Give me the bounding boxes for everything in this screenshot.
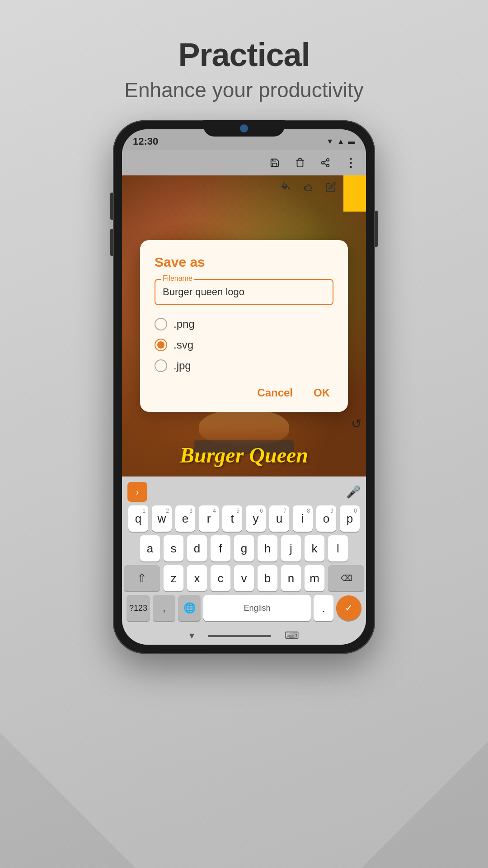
png-label: .png (174, 318, 195, 330)
jpg-radio[interactable] (155, 359, 167, 372)
keyboard-row-3: ⇧ z x c v b n m ⌫ (124, 565, 364, 591)
svg-label: .svg (174, 339, 193, 351)
key-w[interactable]: w2 (152, 505, 172, 532)
svg-radio[interactable] (155, 339, 167, 351)
dialog-overlay: Save as Filename .png .svg (122, 175, 366, 476)
keyboard-bottom-row: ?123 , 🌐 English . ✓ (124, 595, 364, 623)
volume-down-button (110, 229, 113, 256)
signal-icon: ▲ (337, 137, 344, 146)
key-f[interactable]: f (211, 535, 230, 561)
key-q[interactable]: q1 (128, 505, 148, 532)
svg-point-2 (327, 165, 329, 167)
keyboard-arrow-button[interactable]: › (127, 482, 147, 502)
key-k[interactable]: k (305, 535, 324, 561)
key-r[interactable]: r4 (199, 505, 219, 532)
key-s[interactable]: s (164, 535, 183, 561)
key-i[interactable]: i8 (293, 505, 313, 532)
key-j[interactable]: j (281, 535, 301, 561)
backspace-key[interactable]: ⌫ (328, 565, 364, 591)
keyboard: › 🎤 q1 w2 e3 r4 t5 y6 u7 i8 o9 p0 a s d (122, 476, 366, 627)
format-radio-group: .png .svg .jpg (155, 318, 333, 372)
wifi-icon: ▼ (326, 137, 333, 146)
key-b[interactable]: b (258, 565, 277, 591)
header-section: Practical Enhance your productivity (124, 36, 363, 102)
key-e[interactable]: e3 (175, 505, 195, 532)
key-l[interactable]: l (328, 535, 348, 561)
key-n[interactable]: n (281, 565, 301, 591)
keyboard-row-1: q1 w2 e3 r4 t5 y6 u7 i8 o9 p0 (124, 505, 364, 532)
numbers-key[interactable]: ?123 (127, 595, 150, 621)
filename-input[interactable] (155, 279, 333, 305)
filename-field: Filename (155, 279, 333, 305)
phone-notch (203, 120, 285, 137)
save-button[interactable] (267, 155, 283, 171)
png-radio[interactable] (155, 318, 167, 330)
spacebar[interactable]: English (203, 595, 311, 621)
keyboard-row-2: a s d f g h j k l (124, 535, 364, 561)
key-v[interactable]: v (234, 565, 254, 591)
dialog-title: Save as (155, 255, 333, 270)
phone-bottom-bar: ▾ ⌨ (122, 627, 366, 645)
power-button (375, 211, 378, 247)
key-h[interactable]: h (258, 535, 277, 561)
key-p[interactable]: p0 (340, 505, 360, 532)
jpg-option[interactable]: .jpg (155, 359, 333, 372)
camera-dot (240, 124, 248, 132)
svg-option[interactable]: .svg (155, 339, 333, 351)
globe-key[interactable]: 🌐 (178, 595, 201, 621)
page-subtitle: Enhance your productivity (124, 78, 363, 102)
key-m[interactable]: m (305, 565, 324, 591)
shift-key[interactable]: ⇧ (124, 565, 160, 591)
enter-key[interactable]: ✓ (336, 595, 361, 621)
key-u[interactable]: u7 (269, 505, 289, 532)
key-x[interactable]: x (187, 565, 207, 591)
key-y[interactable]: y6 (246, 505, 266, 532)
mic-icon[interactable]: 🎤 (346, 485, 361, 499)
keyboard-icon: ⌨ (285, 630, 299, 642)
page-title: Practical (124, 36, 363, 73)
cancel-button[interactable]: Cancel (253, 385, 296, 401)
phone-screen: 12:30 ▼ ▲ ▬ ⋮ (122, 129, 366, 645)
key-c[interactable]: c (211, 565, 230, 591)
dropdown-icon: ▾ (189, 630, 194, 642)
svg-point-1 (322, 161, 324, 164)
delete-button[interactable] (292, 155, 308, 171)
home-bar (208, 635, 271, 637)
app-toolbar: ⋮ (122, 150, 366, 175)
comma-key[interactable]: , (153, 595, 175, 621)
keyboard-top-bar: › 🎤 (124, 480, 364, 505)
share-button[interactable] (317, 155, 333, 171)
status-icons: ▼ ▲ ▬ (326, 137, 355, 146)
battery-icon: ▬ (348, 137, 355, 146)
svg-line-4 (324, 160, 327, 162)
ok-button[interactable]: OK (310, 385, 333, 401)
period-key[interactable]: . (314, 595, 333, 621)
key-t[interactable]: t5 (222, 505, 242, 532)
volume-up-button (110, 193, 113, 220)
status-time: 12:30 (133, 136, 158, 147)
jpg-label: .jpg (174, 359, 191, 372)
dialog-actions: Cancel OK (155, 385, 333, 401)
key-a[interactable]: a (140, 535, 160, 561)
key-g[interactable]: g (234, 535, 254, 561)
canvas-area: Burger Queen ↺ Save as (122, 175, 366, 476)
filename-label: Filename (161, 274, 194, 283)
key-o[interactable]: o9 (316, 505, 336, 532)
key-d[interactable]: d (187, 535, 207, 561)
key-z[interactable]: z (164, 565, 183, 591)
svg-point-0 (327, 159, 329, 161)
save-as-dialog: Save as Filename .png .svg (140, 240, 348, 412)
more-button[interactable]: ⋮ (343, 155, 359, 171)
svg-line-3 (324, 163, 327, 165)
png-option[interactable]: .png (155, 318, 333, 330)
phone-mockup: 12:30 ▼ ▲ ▬ ⋮ (113, 120, 375, 654)
